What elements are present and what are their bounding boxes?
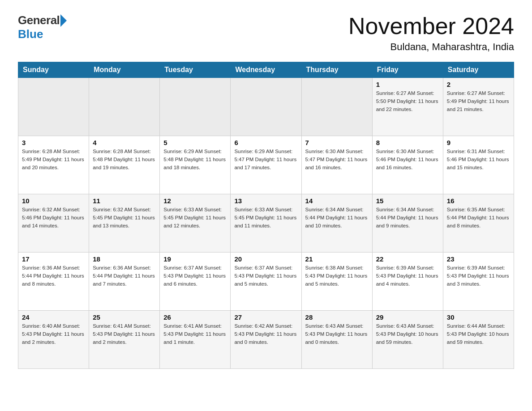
day-number: 28 bbox=[305, 313, 369, 321]
calendar-day-cell: 30Sunrise: 6:44 AM Sunset: 5:43 PM Dayli… bbox=[443, 311, 514, 369]
day-info: Sunrise: 6:28 AM Sunset: 5:49 PM Dayligh… bbox=[22, 148, 85, 171]
calendar-day-cell: 25Sunrise: 6:41 AM Sunset: 5:43 PM Dayli… bbox=[89, 311, 160, 369]
day-info: Sunrise: 6:43 AM Sunset: 5:43 PM Dayligh… bbox=[376, 322, 439, 346]
day-number: 12 bbox=[163, 197, 227, 205]
calendar-week-row: 3Sunrise: 6:28 AM Sunset: 5:49 PM Daylig… bbox=[18, 136, 514, 194]
day-number: 11 bbox=[93, 197, 156, 205]
day-number: 30 bbox=[447, 313, 510, 321]
day-number: 7 bbox=[305, 139, 369, 146]
day-info: Sunrise: 6:37 AM Sunset: 5:43 PM Dayligh… bbox=[234, 264, 297, 288]
calendar-day-cell bbox=[160, 78, 231, 136]
day-of-week-header: Thursday bbox=[301, 62, 372, 78]
day-of-week-header: Wednesday bbox=[231, 62, 301, 78]
day-number: 22 bbox=[376, 255, 439, 263]
day-info: Sunrise: 6:42 AM Sunset: 5:43 PM Dayligh… bbox=[234, 322, 297, 346]
calendar-day-cell: 19Sunrise: 6:37 AM Sunset: 5:43 PM Dayli… bbox=[160, 253, 231, 311]
day-number: 2 bbox=[447, 81, 510, 88]
day-number: 14 bbox=[305, 197, 369, 205]
location-title: Buldana, Maharashtra, India bbox=[348, 41, 514, 53]
day-number: 25 bbox=[93, 313, 156, 321]
calendar-day-cell: 5Sunrise: 6:29 AM Sunset: 5:48 PM Daylig… bbox=[160, 136, 231, 194]
calendar-day-cell: 6Sunrise: 6:29 AM Sunset: 5:47 PM Daylig… bbox=[231, 136, 301, 194]
day-of-week-header: Saturday bbox=[443, 62, 514, 78]
day-info: Sunrise: 6:44 AM Sunset: 5:43 PM Dayligh… bbox=[447, 322, 510, 346]
calendar-header-row: SundayMondayTuesdayWednesdayThursdayFrid… bbox=[18, 62, 514, 78]
logo-triangle-icon bbox=[60, 14, 67, 27]
day-number: 24 bbox=[22, 313, 85, 321]
calendar-day-cell bbox=[301, 78, 372, 136]
day-info: Sunrise: 6:43 AM Sunset: 5:43 PM Dayligh… bbox=[305, 322, 369, 346]
day-number: 27 bbox=[234, 313, 297, 321]
day-info: Sunrise: 6:27 AM Sunset: 5:49 PM Dayligh… bbox=[447, 90, 510, 113]
day-number: 8 bbox=[376, 139, 439, 146]
calendar-day-cell: 17Sunrise: 6:36 AM Sunset: 5:44 PM Dayli… bbox=[18, 253, 89, 311]
day-number: 17 bbox=[22, 255, 85, 263]
day-info: Sunrise: 6:29 AM Sunset: 5:47 PM Dayligh… bbox=[234, 148, 297, 171]
day-number: 6 bbox=[234, 139, 297, 146]
title-area: November 2024 Buldana, Maharashtra, Indi… bbox=[348, 13, 514, 53]
day-number: 26 bbox=[163, 313, 227, 321]
day-of-week-header: Monday bbox=[89, 62, 160, 78]
calendar-table: SundayMondayTuesdayWednesdayThursdayFrid… bbox=[18, 62, 514, 369]
calendar-day-cell: 26Sunrise: 6:41 AM Sunset: 5:43 PM Dayli… bbox=[160, 311, 231, 369]
day-number: 15 bbox=[376, 197, 439, 205]
day-info: Sunrise: 6:36 AM Sunset: 5:44 PM Dayligh… bbox=[22, 264, 85, 288]
day-info: Sunrise: 6:39 AM Sunset: 5:43 PM Dayligh… bbox=[376, 264, 439, 288]
calendar-week-row: 24Sunrise: 6:40 AM Sunset: 5:43 PM Dayli… bbox=[18, 311, 514, 369]
logo-general-text: General bbox=[18, 13, 60, 27]
calendar-day-cell: 7Sunrise: 6:30 AM Sunset: 5:47 PM Daylig… bbox=[301, 136, 372, 194]
calendar-day-cell: 13Sunrise: 6:33 AM Sunset: 5:45 PM Dayli… bbox=[231, 194, 301, 253]
calendar-day-cell: 21Sunrise: 6:38 AM Sunset: 5:43 PM Dayli… bbox=[301, 253, 372, 311]
calendar-day-cell: 27Sunrise: 6:42 AM Sunset: 5:43 PM Dayli… bbox=[231, 311, 301, 369]
day-info: Sunrise: 6:30 AM Sunset: 5:47 PM Dayligh… bbox=[305, 148, 369, 171]
day-info: Sunrise: 6:33 AM Sunset: 5:45 PM Dayligh… bbox=[234, 206, 297, 230]
day-info: Sunrise: 6:41 AM Sunset: 5:43 PM Dayligh… bbox=[163, 322, 227, 346]
day-number: 10 bbox=[22, 197, 85, 205]
day-info: Sunrise: 6:27 AM Sunset: 5:50 PM Dayligh… bbox=[376, 90, 439, 113]
logo-blue-part bbox=[60, 14, 67, 27]
day-number: 18 bbox=[93, 255, 156, 263]
day-info: Sunrise: 6:31 AM Sunset: 5:46 PM Dayligh… bbox=[447, 148, 510, 171]
logo-blue-text: Blue bbox=[18, 27, 43, 41]
day-info: Sunrise: 6:36 AM Sunset: 5:44 PM Dayligh… bbox=[93, 264, 156, 288]
calendar-day-cell bbox=[18, 78, 89, 136]
calendar-day-cell: 15Sunrise: 6:34 AM Sunset: 5:44 PM Dayli… bbox=[372, 194, 443, 253]
calendar-day-cell: 1Sunrise: 6:27 AM Sunset: 5:50 PM Daylig… bbox=[372, 78, 443, 136]
calendar-day-cell: 8Sunrise: 6:30 AM Sunset: 5:46 PM Daylig… bbox=[372, 136, 443, 194]
calendar-day-cell bbox=[89, 78, 160, 136]
calendar-day-cell: 11Sunrise: 6:32 AM Sunset: 5:45 PM Dayli… bbox=[89, 194, 160, 253]
day-info: Sunrise: 6:39 AM Sunset: 5:43 PM Dayligh… bbox=[447, 264, 510, 288]
calendar-day-cell: 29Sunrise: 6:43 AM Sunset: 5:43 PM Dayli… bbox=[372, 311, 443, 369]
calendar-day-cell: 10Sunrise: 6:32 AM Sunset: 5:46 PM Dayli… bbox=[18, 194, 89, 253]
day-number: 19 bbox=[163, 255, 227, 263]
day-number: 3 bbox=[22, 139, 85, 146]
calendar-day-cell bbox=[231, 78, 301, 136]
calendar-week-row: 1Sunrise: 6:27 AM Sunset: 5:50 PM Daylig… bbox=[18, 78, 514, 136]
day-info: Sunrise: 6:32 AM Sunset: 5:45 PM Dayligh… bbox=[93, 206, 156, 230]
month-title: November 2024 bbox=[348, 13, 514, 39]
calendar-day-cell: 3Sunrise: 6:28 AM Sunset: 5:49 PM Daylig… bbox=[18, 136, 89, 194]
calendar-day-cell: 22Sunrise: 6:39 AM Sunset: 5:43 PM Dayli… bbox=[372, 253, 443, 311]
calendar-day-cell: 2Sunrise: 6:27 AM Sunset: 5:49 PM Daylig… bbox=[443, 78, 514, 136]
day-number: 5 bbox=[163, 139, 227, 146]
day-info: Sunrise: 6:29 AM Sunset: 5:48 PM Dayligh… bbox=[163, 148, 227, 171]
day-number: 21 bbox=[305, 255, 369, 263]
day-info: Sunrise: 6:34 AM Sunset: 5:44 PM Dayligh… bbox=[305, 206, 369, 230]
day-number: 9 bbox=[447, 139, 510, 146]
calendar-day-cell: 23Sunrise: 6:39 AM Sunset: 5:43 PM Dayli… bbox=[443, 253, 514, 311]
logo: General Blue bbox=[18, 13, 67, 41]
day-info: Sunrise: 6:34 AM Sunset: 5:44 PM Dayligh… bbox=[376, 206, 439, 230]
day-number: 1 bbox=[376, 81, 439, 88]
calendar-week-row: 17Sunrise: 6:36 AM Sunset: 5:44 PM Dayli… bbox=[18, 253, 514, 311]
day-info: Sunrise: 6:37 AM Sunset: 5:43 PM Dayligh… bbox=[163, 264, 227, 288]
day-number: 23 bbox=[447, 255, 510, 263]
calendar-day-cell: 24Sunrise: 6:40 AM Sunset: 5:43 PM Dayli… bbox=[18, 311, 89, 369]
day-info: Sunrise: 6:38 AM Sunset: 5:43 PM Dayligh… bbox=[305, 264, 369, 288]
day-number: 4 bbox=[93, 139, 156, 146]
day-info: Sunrise: 6:32 AM Sunset: 5:46 PM Dayligh… bbox=[22, 206, 85, 230]
day-number: 16 bbox=[447, 197, 510, 205]
calendar-day-cell: 4Sunrise: 6:28 AM Sunset: 5:48 PM Daylig… bbox=[89, 136, 160, 194]
day-number: 20 bbox=[234, 255, 297, 263]
day-info: Sunrise: 6:30 AM Sunset: 5:46 PM Dayligh… bbox=[376, 148, 439, 171]
day-of-week-header: Friday bbox=[372, 62, 443, 78]
